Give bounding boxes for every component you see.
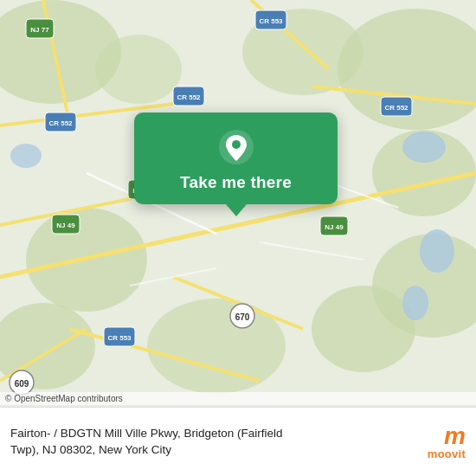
svg-text:NJ 49: NJ 49 <box>325 223 344 231</box>
svg-text:670: 670 <box>235 312 250 322</box>
svg-text:609: 609 <box>15 379 29 389</box>
moovit-logo: m moovit <box>403 424 466 460</box>
address-line2: Twp), NJ 08302, New York City <box>10 442 395 459</box>
svg-text:CR 552: CR 552 <box>177 93 201 101</box>
moovit-m-letter: m <box>444 424 466 448</box>
map-attribution: © OpenStreetMap contributors <box>0 392 476 405</box>
svg-point-12 <box>420 229 454 273</box>
take-me-there-label: Take me there <box>180 173 292 192</box>
svg-text:CR 552: CR 552 <box>48 119 73 127</box>
svg-text:CR 553: CR 553 <box>259 17 283 25</box>
svg-point-11 <box>402 132 446 163</box>
info-bar: Fairton- / BDGTN Mill Ville Pkwy, Bridge… <box>0 407 476 476</box>
svg-point-5 <box>312 286 415 372</box>
take-me-there-popup[interactable]: Take me there <box>134 113 338 204</box>
svg-point-52 <box>232 140 241 149</box>
svg-text:NJ 49: NJ 49 <box>56 222 75 229</box>
svg-point-13 <box>402 286 428 320</box>
svg-point-14 <box>10 144 42 168</box>
svg-text:NJ 77: NJ 77 <box>30 26 49 34</box>
moovit-brand-name: moovit <box>428 448 466 460</box>
svg-text:CR 553: CR 553 <box>107 334 132 342</box>
attribution-text: © OpenStreetMap contributors <box>5 394 123 403</box>
location-info: Fairton- / BDGTN Mill Ville Pkwy, Bridge… <box>10 426 395 459</box>
map-container: NJ 77 CR 553 CR 552 CR 552 CR 552 NJ 49 … <box>0 0 476 407</box>
svg-text:CR 552: CR 552 <box>384 104 408 112</box>
location-pin-icon <box>217 128 255 166</box>
address-line1: Fairton- / BDGTN Mill Ville Pkwy, Bridge… <box>10 426 395 442</box>
svg-point-10 <box>95 35 182 104</box>
